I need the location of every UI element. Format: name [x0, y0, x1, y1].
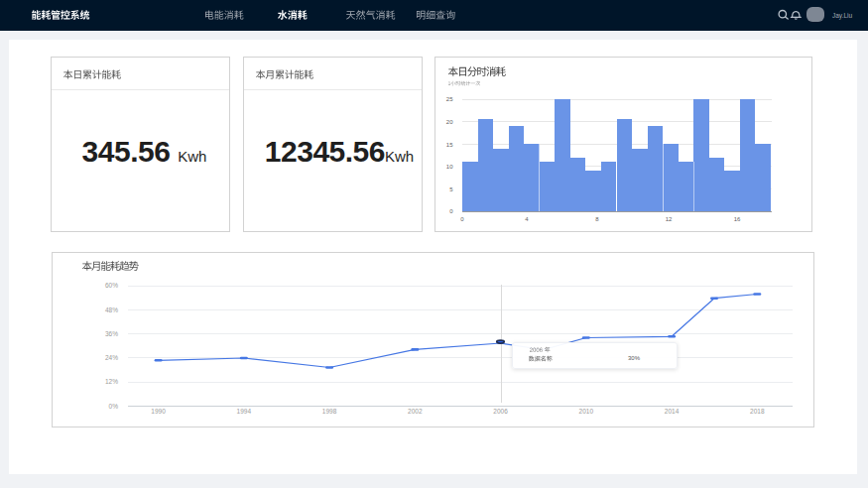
svg-text:5: 5	[449, 186, 453, 192]
svg-text:1994: 1994	[237, 408, 252, 415]
svg-text:2002: 2002	[408, 408, 423, 415]
svg-text:25: 25	[446, 96, 453, 102]
svg-text:1990: 1990	[151, 408, 166, 415]
svg-text:2006: 2006	[493, 408, 508, 415]
svg-text:0: 0	[449, 208, 453, 214]
svg-text:16: 16	[734, 216, 741, 222]
svg-text:15: 15	[446, 142, 453, 148]
svg-text:0: 0	[460, 216, 464, 222]
svg-text:10: 10	[446, 164, 453, 170]
svg-text:2018: 2018	[750, 408, 765, 415]
svg-text:8: 8	[595, 216, 599, 222]
svg-text:2010: 2010	[579, 408, 594, 415]
svg-text:12: 12	[666, 216, 673, 222]
svg-text:4: 4	[525, 216, 529, 222]
svg-text:24%: 24%	[105, 354, 118, 361]
svg-text:1998: 1998	[322, 408, 337, 415]
svg-text:12%: 12%	[105, 378, 118, 385]
svg-text:60%: 60%	[105, 282, 118, 289]
svg-text:48%: 48%	[105, 306, 118, 313]
svg-text:2014: 2014	[665, 408, 680, 415]
svg-text:36%: 36%	[105, 330, 118, 337]
svg-text:20: 20	[446, 119, 453, 125]
svg-text:0%: 0%	[109, 403, 119, 410]
